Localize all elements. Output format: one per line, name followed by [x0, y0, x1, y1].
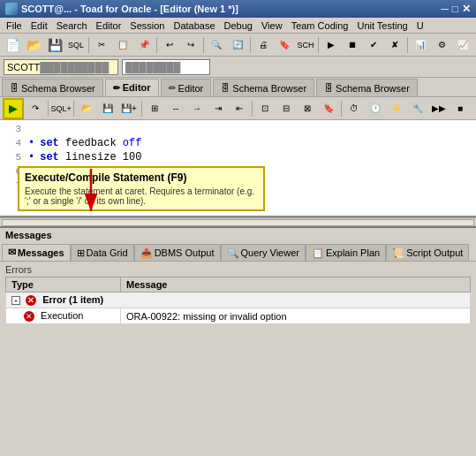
tools-btn[interactable]: 🔧 [408, 99, 427, 118]
tab-schema-browser-1[interactable]: 🗄 Schema Browser [2, 79, 103, 96]
sep-ed3 [141, 101, 142, 117]
expand-icon[interactable]: - [11, 296, 20, 305]
sep-ed2 [73, 101, 74, 117]
sep4 [250, 37, 251, 53]
errors-table: Type Message - ✕ Error (1 item) [5, 277, 471, 324]
panel-tab-dbms-output[interactable]: 📤 DBMS Output [134, 244, 221, 261]
sep-ed4 [252, 101, 253, 117]
copy-btn[interactable]: 📋 [113, 35, 132, 55]
panel-tab-messages[interactable]: ✉ Messages [2, 244, 71, 261]
maximize-btn[interactable]: □ [452, 3, 458, 15]
panel-tab-datagrid[interactable]: ⊞ Data Grid [71, 244, 134, 261]
stop-btn[interactable]: ⏹ [343, 35, 362, 55]
replace-btn[interactable]: 🔄 [228, 35, 247, 55]
messages-icon: ✉ [8, 247, 16, 258]
timer-btn[interactable]: ⏱ [344, 99, 364, 118]
undo-btn[interactable]: ↩ [160, 35, 179, 55]
edit-icon-2: ✏ [169, 83, 176, 93]
menu-editor[interactable]: Editor [92, 19, 126, 32]
new-sql-btn[interactable]: SQL+ [51, 99, 71, 118]
explain-btn[interactable]: 📊 [411, 35, 430, 55]
scrollbar-track[interactable] [2, 219, 474, 226]
rollback-btn[interactable]: ✘ [385, 35, 404, 55]
panel-messages-label: Messages [0, 228, 476, 242]
col-type: Type [6, 277, 121, 293]
script-icon: 📜 [392, 247, 404, 259]
paste-btn[interactable]: 📌 [134, 35, 154, 55]
run-btn[interactable]: ▶ [321, 35, 341, 55]
menu-database[interactable]: Database [169, 19, 219, 32]
menu-session[interactable]: Session [125, 19, 169, 32]
menu-more[interactable]: U [412, 19, 428, 32]
menu-view[interactable]: View [257, 19, 287, 32]
uncomment-btn[interactable]: → [187, 99, 207, 118]
menu-debug[interactable]: Debug [220, 19, 257, 32]
indent-btn[interactable]: ⇥ [208, 99, 228, 118]
toggle-btn[interactable]: ⊡ [255, 99, 275, 118]
db-icon-1: 🗄 [10, 83, 19, 93]
menu-edit[interactable]: Edit [26, 19, 52, 32]
panel-tab-script-output[interactable]: 📜 Script Output [386, 244, 469, 261]
open-file-btn[interactable]: 📂 [77, 99, 96, 118]
commit-btn[interactable]: ✔ [364, 35, 383, 55]
menu-team-coding[interactable]: Team Coding [287, 19, 353, 32]
plan-icon: 📋 [312, 247, 324, 259]
splith-btn[interactable]: ⊠ [298, 99, 317, 118]
history-btn[interactable]: 🕐 [366, 99, 385, 118]
db-icon-3: 🗄 [324, 83, 333, 93]
save-as-btn[interactable]: 💾+ [119, 99, 139, 118]
col-message: Message [121, 277, 471, 293]
tab-editor-1[interactable]: ✏ Editor [105, 79, 159, 96]
error-row-icon: ✕ [24, 311, 34, 322]
find-btn[interactable]: 🔍 [207, 35, 226, 55]
outdent-btn[interactable]: ⇤ [230, 99, 249, 118]
tooltip-title: Execute/Compile Statement (F9) [25, 171, 258, 184]
app-icon [5, 3, 18, 15]
grid-icon: ⊞ [77, 247, 85, 259]
debug-run-btn[interactable]: ▶▶ [429, 99, 449, 118]
panel-tab-query-viewer[interactable]: 🔍 Query Viewer [221, 244, 306, 261]
save-all-btn[interactable]: SQL [66, 35, 86, 55]
comment-btn[interactable]: -- [166, 99, 185, 118]
error-group-label: Error (1 item) [42, 294, 103, 305]
editor-scrollbar[interactable] [0, 217, 476, 226]
format-btn[interactable]: ⊞ [145, 99, 164, 118]
trace-btn[interactable]: 📈 [453, 35, 472, 55]
splitv-btn[interactable]: ⊟ [276, 99, 296, 118]
sep1 [88, 37, 89, 53]
menu-file[interactable]: File [2, 19, 26, 32]
menu-search[interactable]: Search [52, 19, 92, 32]
schema-btn[interactable]: SCH [296, 35, 315, 55]
db-icon-2: 🗄 [221, 83, 230, 93]
bookmark-btn[interactable]: 🔖 [275, 35, 294, 55]
red-arrow [78, 169, 113, 217]
bookmark2-btn[interactable]: 🔖 [319, 99, 338, 118]
close-btn[interactable]: ✕ [462, 3, 471, 15]
panel-tab-explain-plan[interactable]: 📋 Explain Plan [306, 244, 386, 261]
menu-bar: File Edit Search Editor Session Database… [0, 18, 476, 34]
tab-schema-browser-2[interactable]: 🗄 Schema Browser [213, 79, 314, 96]
app-window: SCOTT@... - Toad for Oracle - [Editor (N… [0, 0, 476, 456]
session-bar: SCOTT ██████████ ████████ [0, 57, 476, 78]
errors-section: Errors Type Message - ✕ Error (1 item) [0, 262, 476, 327]
tab-editor-2[interactable]: ✏ Editor [161, 79, 212, 96]
new-file-btn[interactable]: 📄 [3, 35, 22, 55]
editor-toolbar: ▶ ↷ SQL+ 📂 💾 💾+ ⊞ -- → ⇥ ⇤ ⊡ ⊟ ⊠ 🔖 ⏱ 🕐 ⚡… [0, 97, 476, 120]
print-btn[interactable]: 🖨 [253, 35, 273, 55]
error-group-row: - ✕ Error (1 item) [6, 293, 471, 308]
open-btn[interactable]: 📂 [24, 35, 43, 55]
profile-btn[interactable]: ⚙ [432, 35, 451, 55]
debug-stop-btn[interactable]: ■ [450, 99, 470, 118]
macro-btn[interactable]: ⚡ [387, 99, 406, 118]
save-file-btn[interactable]: 💾 [98, 99, 117, 118]
menu-unit-testing[interactable]: Unit Testing [352, 19, 412, 32]
minimize-btn[interactable]: ─ [441, 3, 449, 15]
tab-schema-browser-3[interactable]: 🗄 Schema Browser [316, 79, 418, 96]
error-type-cell: ✕ Execution [6, 308, 121, 324]
save-btn[interactable]: 💾 [45, 35, 64, 55]
code-line-5: 5 • set linesize 100 [4, 150, 472, 164]
redo-btn[interactable]: ↪ [181, 35, 200, 55]
exec-step-btn[interactable]: ↷ [26, 99, 45, 118]
execute-btn[interactable]: ▶ [3, 98, 24, 119]
cut-btn[interactable]: ✂ [92, 35, 111, 55]
